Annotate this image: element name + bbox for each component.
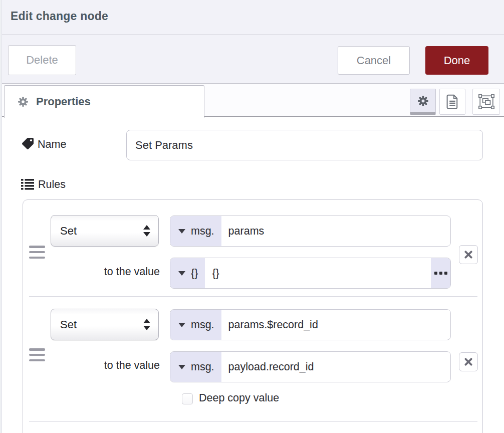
- chevron-down-icon: [178, 271, 185, 276]
- cancel-button[interactable]: Cancel: [338, 46, 410, 75]
- appearance-icon-button[interactable]: [472, 89, 500, 115]
- rule-action-select[interactable]: Set: [51, 309, 159, 340]
- name-label: Name: [38, 138, 66, 151]
- up-down-arrows-icon: [143, 319, 150, 330]
- node-appearance-icon: [478, 94, 494, 109]
- property-type-button[interactable]: msg.: [170, 310, 221, 340]
- rules-container: Set msg. to the value {}: [23, 199, 483, 433]
- dialog-header: Edit change node: [0, 0, 504, 35]
- rule-divider: [29, 296, 477, 297]
- dialog-title: Edit change node: [11, 10, 108, 23]
- to-the-value-label: to the value: [53, 266, 160, 278]
- rule-value-typed-input: msg.: [170, 351, 451, 382]
- edit-change-node-dialog: Edit change node Delete Cancel Done: [0, 0, 504, 433]
- name-input[interactable]: [126, 130, 483, 160]
- to-the-value-label: to the value: [53, 359, 160, 372]
- done-button[interactable]: Done: [425, 46, 488, 75]
- tag-icon: [22, 138, 34, 149]
- rule-property-input[interactable]: [221, 310, 450, 340]
- property-type-button[interactable]: msg.: [170, 216, 221, 246]
- rule-action-value: Set: [60, 318, 77, 331]
- gear-icon: [417, 95, 429, 107]
- rule-property-input[interactable]: [221, 216, 450, 246]
- value-type-label: msg.: [191, 361, 214, 373]
- ellipsis-icon: [434, 272, 437, 275]
- description-icon-button[interactable]: [439, 89, 465, 115]
- tray-resize-edge[interactable]: [0, 0, 2, 433]
- rule-value-input[interactable]: [205, 258, 431, 288]
- tab-properties[interactable]: Properties: [4, 85, 204, 118]
- value-type-button[interactable]: {}: [170, 258, 205, 288]
- rule-property-typed-input: msg.: [170, 309, 451, 340]
- rule-action-value: Set: [60, 225, 77, 238]
- properties-icon-button[interactable]: [410, 89, 436, 115]
- gear-icon: [17, 96, 29, 108]
- chevron-down-icon: [178, 229, 185, 234]
- remove-rule-button[interactable]: [459, 352, 478, 371]
- deep-copy-checkbox[interactable]: [182, 393, 193, 404]
- chevron-down-icon: [178, 323, 185, 327]
- tab-bar: Properties: [0, 84, 504, 117]
- dialog-toolbar: Delete Cancel Done: [0, 35, 504, 84]
- rule-drag-handle[interactable]: [29, 348, 45, 361]
- rules-label: Rules: [38, 178, 66, 191]
- document-icon: [446, 94, 459, 109]
- rule-property-typed-input: msg.: [170, 215, 451, 247]
- rule-drag-handle[interactable]: [29, 246, 45, 259]
- property-type-label: msg.: [191, 225, 214, 238]
- remove-rule-button[interactable]: [459, 245, 478, 264]
- deep-copy-label[interactable]: Deep copy value: [199, 392, 279, 404]
- x-icon: [464, 250, 473, 259]
- delete-button[interactable]: Delete: [8, 45, 76, 75]
- x-icon: [464, 357, 473, 366]
- value-type-label: {}: [191, 267, 198, 280]
- property-type-label: msg.: [191, 319, 214, 331]
- rule-value-typed-input: {}: [170, 258, 451, 289]
- rule-value-input[interactable]: [221, 352, 450, 382]
- tab-properties-label: Properties: [36, 95, 91, 108]
- list-icon: [21, 178, 34, 190]
- expand-editor-button[interactable]: [431, 258, 450, 288]
- value-type-button[interactable]: msg.: [170, 352, 221, 382]
- rule-action-select[interactable]: Set: [51, 215, 159, 247]
- rule-divider: [29, 421, 477, 422]
- up-down-arrows-icon: [143, 225, 150, 237]
- chevron-down-icon: [178, 365, 185, 369]
